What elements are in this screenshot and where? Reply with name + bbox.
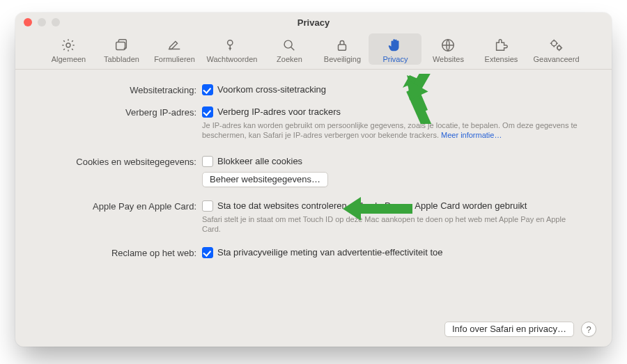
apple-pay-description: Safari stelt je in staat om met Touch ID… [202,214,578,234]
more-info-link[interactable]: Meer informatie… [441,131,502,139]
manage-website-data-button[interactable]: Beheer websitegegevens… [202,172,328,187]
checkbox-hide-ip[interactable]: Verberg IP-adres voor trackers [202,106,592,118]
row-hide-ip: Verberg IP-adres: Verberg IP-adres voor … [35,106,592,140]
tab-extensions[interactable]: Extensies [474,33,527,65]
checkbox-label: Voorkom cross-sitetracking [217,84,326,96]
checkbox-label: Sta toe dat websites controleren of Appl… [217,200,527,212]
row-apple-pay: Apple Pay en Apple Card: Sta toe dat web… [35,200,592,234]
row-website-tracking: Websitetracking: Voorkom cross-sitetrack… [35,84,592,96]
help-button[interactable]: ? [581,322,596,337]
row-cookies: Cookies en websitegegevens: Blokkeer all… [35,155,592,187]
checkbox-ad-measurement[interactable]: Sta privacyveilige meting van advertenti… [202,246,592,259]
label-website-tracking: Websitetracking: [35,84,202,95]
search-icon [281,36,297,54]
svg-point-3 [285,40,293,48]
gear-icon [61,36,76,54]
checkbox-label: Verberg IP-adres voor trackers [217,106,341,118]
checkbox-label: Blokkeer alle cookies [217,155,302,168]
check-icon [202,84,213,95]
label-ads: Reclame op het web: [35,246,202,258]
checkbox-label: Sta privacyveilige meting van advertenti… [217,246,442,259]
label-cookies: Cookies en websitegegevens: [35,155,202,167]
close-window-button[interactable] [24,18,32,26]
gears-icon [548,36,564,54]
minimize-window-button[interactable] [38,18,46,26]
check-icon [202,156,213,167]
checkbox-apple-pay[interactable]: Sta toe dat websites controleren of Appl… [202,200,592,212]
tab-label: Geavanceerd [533,55,579,63]
pen-icon [167,36,182,54]
tab-passwords[interactable]: Wachtwoorden [201,33,263,65]
tab-label: Zoeken [277,55,302,63]
puzzle-icon [493,36,509,54]
svg-rect-1 [116,42,125,49]
checkbox-prevent-cross-site[interactable]: Voorkom cross-sitetracking [202,84,592,96]
hide-ip-description: Je IP-adres kan worden gebruikt om perso… [202,120,578,140]
preferences-toolbar: Algemeen Tabbladen Formulieren Wachtwoor… [15,32,612,70]
tab-websites[interactable]: Websites [421,33,474,65]
label-hide-ip: Verberg IP-adres: [35,106,202,118]
tab-label: Privacy [382,55,408,63]
globe-icon [440,36,456,54]
checkbox-block-cookies[interactable]: Blokkeer alle cookies [202,155,592,168]
tab-label: Beveiliging [324,55,361,63]
tab-label: Formulieren [154,55,195,63]
svg-rect-4 [339,45,346,50]
window-title: Privacy [15,17,612,28]
hand-icon [387,36,403,54]
svg-point-2 [228,40,233,45]
tabs-icon [114,36,129,54]
row-ads: Reclame op het web: Sta privacyveilige m… [35,246,592,259]
privacy-pane: Websitetracking: Voorkom cross-sitetrack… [15,70,612,276]
tab-label: Websites [433,55,464,63]
tab-tabs[interactable]: Tabbladen [95,33,148,65]
zoom-window-button[interactable] [52,18,60,26]
preferences-window: Privacy Algemeen Tabbladen Formulieren W… [15,13,612,347]
tab-autofill[interactable]: Formulieren [148,33,201,65]
tab-label: Wachtwoorden [206,55,257,63]
tab-label: Extensies [485,55,518,63]
traffic-lights [24,18,60,26]
tab-privacy[interactable]: Privacy [369,33,421,65]
lock-icon [334,36,350,54]
tab-security[interactable]: Beveiliging [316,33,369,65]
tab-general[interactable]: Algemeen [42,33,95,65]
check-icon [202,200,213,212]
tab-label: Algemeen [52,55,86,63]
tab-search[interactable]: Zoeken [263,33,316,65]
label-apple-pay: Apple Pay en Apple Card: [35,200,202,212]
check-icon [202,106,213,118]
tab-label: Tabbladen [104,55,139,63]
svg-point-0 [67,43,71,47]
check-icon [202,247,213,258]
key-icon [224,36,240,54]
titlebar: Privacy [15,13,612,32]
svg-point-6 [552,41,557,46]
footer: Info over Safari en privacy… ? [444,322,596,337]
safari-privacy-info-button[interactable]: Info over Safari en privacy… [444,322,574,337]
tab-advanced[interactable]: Geavanceerd [527,33,585,65]
